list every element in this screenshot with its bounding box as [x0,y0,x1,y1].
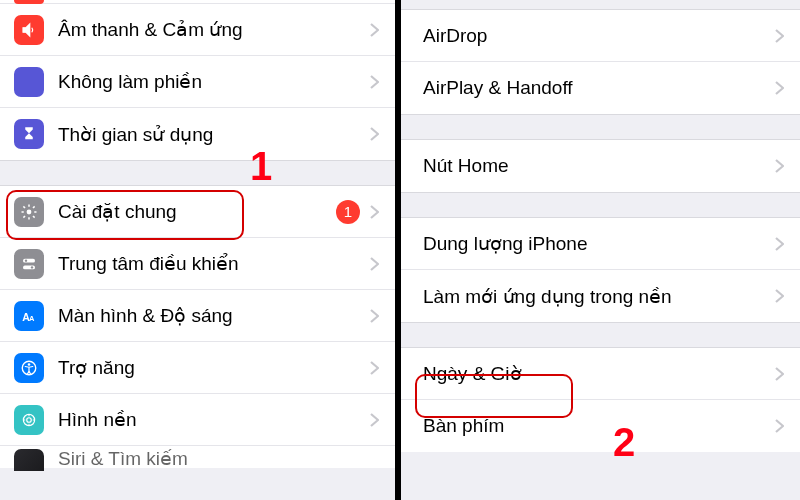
section-gap [401,0,800,10]
section-gap [0,160,395,186]
moon-icon [14,67,44,97]
row-storage[interactable]: Dung lượng iPhone [401,218,800,270]
chevron-right-icon [775,237,784,251]
chevron-right-icon [370,413,379,427]
icon-sliver [14,0,44,4]
svg-point-12 [31,266,33,268]
notification-badge: 1 [336,200,360,224]
row-label: AirPlay & Handoff [423,77,775,99]
row-backgroundrefresh[interactable]: Làm mới ứng dụng trong nền [401,270,800,322]
row-display[interactable]: AA Màn hình & Độ sáng [0,290,395,342]
row-homebutton[interactable]: Nút Home [401,140,800,192]
chevron-right-icon [370,23,379,37]
row-dnd[interactable]: Không làm phiền [0,56,395,108]
svg-point-18 [27,417,32,422]
row-label: Bàn phím [423,415,775,437]
svg-line-7 [23,215,25,217]
chevron-right-icon [370,257,379,271]
row-label: Trợ năng [58,356,370,379]
row-sounds[interactable]: Âm thanh & Cảm ứng [0,4,395,56]
row-label: Âm thanh & Cảm ứng [58,18,370,41]
section-gap [401,114,800,140]
row-general[interactable]: Cài đặt chung 1 [0,186,395,238]
svg-rect-10 [23,265,35,269]
chevron-right-icon [775,367,784,381]
row-accessibility[interactable]: Trợ năng [0,342,395,394]
row-controlcenter[interactable]: Trung tâm điều khiển [0,238,395,290]
chevron-right-icon [370,309,379,323]
svg-point-11 [25,259,27,261]
section-gap [401,322,800,348]
accessibility-icon [14,353,44,383]
chevron-right-icon [775,159,784,173]
row-airplay[interactable]: AirPlay & Handoff [401,62,800,114]
svg-point-16 [28,363,31,366]
chevron-right-icon [370,205,379,219]
settings-screen: Âm thanh & Cảm ứng Không làm phiền Thời … [0,0,398,500]
wallpaper-icon [14,405,44,435]
svg-rect-9 [23,258,35,262]
speaker-icon [14,15,44,45]
row-label: Dung lượng iPhone [423,232,775,255]
chevron-right-icon [370,75,379,89]
hourglass-icon [14,119,44,149]
section-gap [401,192,800,218]
row-screentime[interactable]: Thời gian sử dụng [0,108,395,160]
svg-line-8 [33,206,35,208]
chevron-right-icon [775,289,784,303]
row-label: Thời gian sử dụng [58,123,370,146]
gear-icon [14,197,44,227]
row-label: Làm mới ứng dụng trong nền [423,285,775,308]
row-keyboard[interactable]: Bàn phím [401,400,800,452]
switches-icon [14,249,44,279]
svg-point-0 [27,209,32,214]
row-wallpaper[interactable]: Hình nền [0,394,395,446]
row-label: Trung tâm điều khiển [58,252,370,275]
row-label: Ngày & Giờ [423,362,775,385]
chevron-right-icon [775,419,784,433]
row-label: Không làm phiền [58,70,370,93]
row-label: Màn hình & Độ sáng [58,304,370,327]
row-datetime[interactable]: Ngày & Giờ [401,348,800,400]
svg-line-5 [23,206,25,208]
chevron-right-icon [370,127,379,141]
row-label: AirDrop [423,25,775,47]
row-label: Siri & Tìm kiếm [58,447,379,470]
siri-icon [14,449,44,471]
svg-line-6 [33,215,35,217]
chevron-right-icon [775,81,784,95]
row-label: Nút Home [423,155,775,177]
general-screen: AirDrop AirPlay & Handoff Nút Home Dung … [401,0,800,500]
chevron-right-icon [370,361,379,375]
row-label: Cài đặt chung [58,200,336,223]
row-airdrop[interactable]: AirDrop [401,10,800,62]
chevron-right-icon [775,29,784,43]
text-size-icon: AA [14,301,44,331]
row-label: Hình nền [58,408,370,431]
row-siri[interactable]: Siri & Tìm kiếm [0,446,395,468]
svg-text:A: A [29,313,35,322]
